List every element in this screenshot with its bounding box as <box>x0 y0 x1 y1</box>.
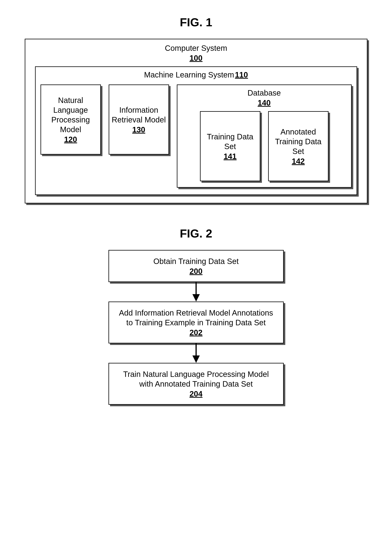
nlp-label: Natural Language Processing Model <box>43 95 98 134</box>
ir-model-box: Information Retrieval Model 130 <box>109 84 169 155</box>
flow-arrow-1 <box>191 282 201 301</box>
db-ref: 140 <box>182 98 346 107</box>
step3-label: Train Natural Language Processing Model … <box>117 369 275 389</box>
atds-ref: 142 <box>292 157 305 166</box>
step3-ref: 204 <box>190 389 202 398</box>
atds-label: Annotated Training Data Set <box>271 127 326 156</box>
annotated-training-data-set-box: Annotated Training Data Set 142 <box>268 111 328 181</box>
nlp-ref: 120 <box>64 135 77 144</box>
ir-label: Information Retrieval Model <box>111 105 167 125</box>
step1-ref: 200 <box>190 267 202 276</box>
ir-ref: 130 <box>132 125 145 134</box>
flow-step-2: Add Information Retrieval Model Annotati… <box>108 301 284 343</box>
flow-step-1: Obtain Training Data Set 200 <box>108 250 284 282</box>
machine-learning-system-box: Machine Learning System 110 Natural Lang… <box>35 66 357 195</box>
db-label: Database <box>247 88 281 97</box>
tds-ref: 141 <box>224 152 237 161</box>
database-box: Database 140 Training Data Set 141 Annot… <box>177 84 352 188</box>
nlp-model-box: Natural Language Processing Model 120 <box>41 84 101 155</box>
figure-1-title: FIG. 1 <box>12 16 380 29</box>
figure-2-title: FIG. 2 <box>12 227 380 240</box>
svg-marker-1 <box>192 294 200 301</box>
ml-ref: 110 <box>235 70 248 79</box>
step2-label: Add Information Retrieval Model Annotati… <box>117 308 275 327</box>
svg-marker-3 <box>192 356 200 363</box>
figure-2-flowchart: Obtain Training Data Set 200 Add Informa… <box>12 250 380 405</box>
training-data-set-box: Training Data Set 141 <box>200 111 260 181</box>
computer-system-ref: 100 <box>31 54 361 62</box>
step2-ref: 202 <box>190 328 202 337</box>
flow-arrow-2 <box>191 343 201 363</box>
ml-label: Machine Learning System <box>144 70 234 79</box>
computer-system-label: Computer System <box>165 44 227 52</box>
flow-step-3: Train Natural Language Processing Model … <box>108 363 284 405</box>
step1-label: Obtain Training Data Set <box>153 256 238 266</box>
tds-label: Training Data Set <box>202 132 258 151</box>
computer-system-box: Computer System 100 Machine Learning Sys… <box>25 39 368 204</box>
